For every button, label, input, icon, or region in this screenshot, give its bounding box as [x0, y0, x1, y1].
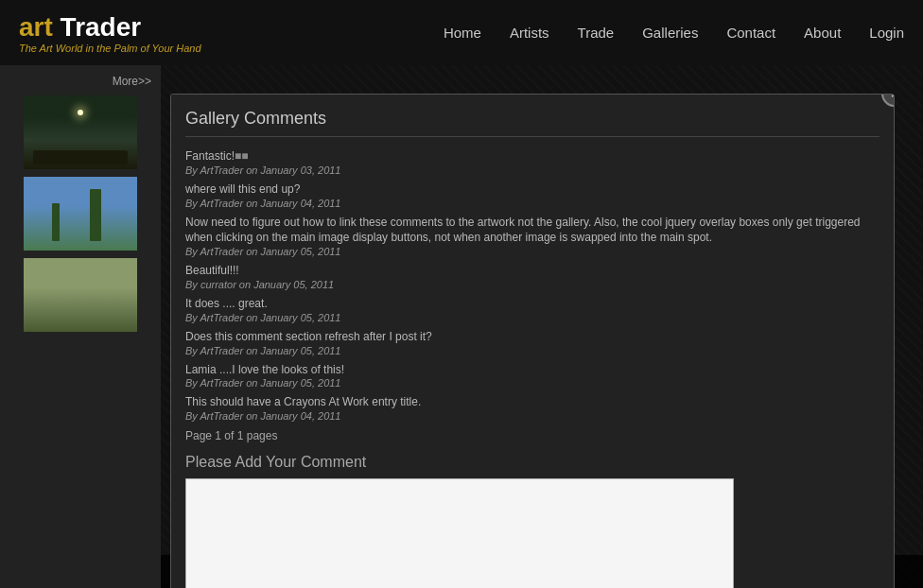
comment-5-author: By ArtTrader on January 05, 2011 [185, 312, 879, 323]
comment-8-author: By ArtTrader on January 04, 2011 [185, 410, 879, 422]
comment-4-author: By currator on January 05, 2011 [185, 279, 879, 290]
logo-trader: Trader [61, 12, 142, 42]
comment-6-author: By ArtTrader on January 05, 2011 [185, 345, 879, 356]
comment-7-text: Lamia ....I love the looks of this! [185, 362, 879, 378]
logo: art Trader [19, 12, 201, 43]
thumbnail-list [9, 95, 151, 332]
comment-6: Does this comment section refresh after … [185, 329, 879, 356]
sidebar: More>> [0, 65, 161, 588]
comment-5-text: It does .... great. [185, 296, 879, 312]
comment-8-text: This should have a Crayons At Work entry… [185, 394, 879, 410]
nav-artists[interactable]: Artists [510, 25, 549, 41]
modal-close-button[interactable]: × [881, 94, 895, 107]
main-nav: Home Artists Trade Galleries Contact Abo… [444, 25, 904, 41]
comment-4: Beautiful!!! By currator on January 05, … [185, 263, 879, 290]
comment-2-text: where will this end up? [185, 182, 879, 198]
thumbnail-2[interactable] [24, 177, 137, 251]
comment-3-text: Now need to figure out how to link these… [185, 215, 879, 247]
comment-8: This should have a Crayons At Work entry… [185, 394, 879, 422]
nav-home[interactable]: Home [444, 25, 481, 41]
comment-7-author: By ArtTrader on January 05, 2011 [185, 377, 879, 389]
pagination: Page 1 of 1 pages [185, 429, 879, 442]
comment-2-author: By ArtTrader on January 04, 2011 [185, 198, 879, 209]
header: art Trader The Art World in the Palm of … [0, 0, 923, 65]
page-background: Welcome to Mud Gallery oil . December 22… [161, 65, 923, 588]
comment-3: Now need to figure out how to link these… [185, 215, 879, 258]
nav-trade[interactable]: Trade [578, 25, 615, 41]
main-content: More>> Welcome to Mud Gallery oil . Dece… [0, 65, 923, 588]
comment-5: It does .... great. By ArtTrader on Janu… [185, 296, 879, 323]
thumbnail-1[interactable] [24, 95, 137, 169]
gallery-comments-modal: × Gallery Comments Fantastic!■■ By ArtTr… [170, 94, 895, 588]
modal-title: Gallery Comments [185, 109, 879, 137]
comment-2: where will this end up? By ArtTrader on … [185, 182, 879, 209]
comment-1-text: Fantastic!■■ [185, 148, 879, 164]
nav-about[interactable]: About [804, 25, 841, 41]
comment-4-text: Beautiful!!! [185, 263, 879, 279]
comment-1-author: By ArtTrader on January 03, 2011 [185, 164, 879, 176]
logo-art: art [19, 12, 53, 42]
more-link[interactable]: More>> [9, 75, 151, 88]
logo-subtitle: The Art World in the Palm of Your Hand [19, 43, 201, 54]
comment-7: Lamia ....I love the looks of this! By A… [185, 362, 879, 389]
comment-6-text: Does this comment section refresh after … [185, 329, 879, 345]
add-comment-title: Please Add Your Comment [185, 454, 879, 471]
nav-galleries[interactable]: Galleries [642, 25, 698, 41]
nav-contact[interactable]: Contact [726, 25, 775, 41]
logo-area: art Trader The Art World in the Palm of … [19, 12, 201, 54]
comment-1: Fantastic!■■ By ArtTrader on January 03,… [185, 148, 879, 176]
thumbnail-3[interactable] [24, 258, 137, 332]
nav-login[interactable]: Login [869, 25, 904, 41]
comment-textarea[interactable] [185, 478, 734, 588]
comment-3-author: By ArtTrader on January 05, 2011 [185, 246, 879, 257]
